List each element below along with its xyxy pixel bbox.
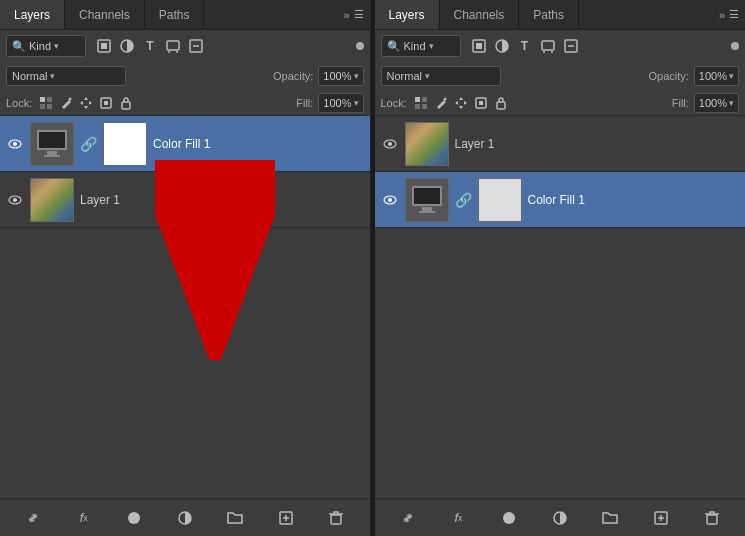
svg-rect-37 — [415, 97, 420, 102]
lock-all-icon[interactable] — [118, 95, 134, 111]
svg-rect-8 — [40, 97, 45, 102]
right-new-layer-icon[interactable] — [651, 508, 671, 528]
left-kind-select[interactable]: 🔍 Kind ▾ — [6, 35, 86, 57]
left-group-icon[interactable] — [225, 508, 245, 528]
left-layers-list: 🔗 Color Fill 1 Layer 1 — [0, 116, 370, 498]
right-eye-1[interactable] — [381, 191, 399, 209]
left-delete-icon[interactable] — [326, 508, 346, 528]
filter-pixel-icon[interactable] — [95, 37, 113, 55]
left-new-layer-icon[interactable] — [276, 508, 296, 528]
kind-arrow-icon: ▾ — [54, 41, 59, 51]
right-filter-pixel-icon[interactable] — [470, 37, 488, 55]
right-adjustment-icon[interactable] — [550, 508, 570, 528]
left-tab-layers[interactable]: Layers — [0, 0, 65, 29]
lock-artboard-icon[interactable] — [98, 95, 114, 111]
left-fill-area: Fill: 100% ▾ — [296, 93, 363, 113]
right-kind-select[interactable]: 🔍 Kind ▾ — [381, 35, 461, 57]
left-lock-icons — [38, 95, 134, 111]
right-bottom-bar: fx — [375, 498, 746, 536]
right-fill-input[interactable]: 100% ▾ — [694, 93, 739, 113]
svg-point-17 — [13, 142, 17, 146]
left-blend-mode-select[interactable]: Normal ▾ — [6, 66, 126, 86]
svg-rect-43 — [479, 101, 483, 105]
left-tab-channels[interactable]: Channels — [65, 0, 145, 29]
left-eye-0[interactable] — [6, 135, 24, 153]
svg-rect-15 — [122, 102, 130, 109]
left-new-fill-icon[interactable] — [124, 508, 144, 528]
svg-rect-9 — [47, 97, 52, 102]
opacity-arrow-icon: ▾ — [354, 71, 359, 81]
right-tab-layers[interactable]: Layers — [375, 0, 440, 29]
left-layer-item-0[interactable]: 🔗 Color Fill 1 — [0, 116, 370, 172]
left-thumb-monitor-0 — [30, 122, 74, 166]
right-filter-smart-icon[interactable] — [562, 37, 580, 55]
right-layer-item-0[interactable]: Layer 1 — [375, 116, 746, 172]
filter-toggle-dot[interactable] — [356, 42, 364, 50]
right-filter-icons: T — [470, 37, 580, 55]
right-group-icon[interactable] — [600, 508, 620, 528]
lock-move-icon[interactable] — [78, 95, 94, 111]
filter-adjustment-icon[interactable] — [118, 37, 136, 55]
left-opacity-input[interactable]: 100% ▾ — [318, 66, 363, 86]
right-lock-all-icon[interactable] — [493, 95, 509, 111]
right-layer-name-1: Color Fill 1 — [528, 193, 740, 207]
left-link-icon[interactable] — [23, 508, 43, 528]
left-opacity-area: Opacity: 100% ▾ — [273, 66, 364, 86]
svg-rect-10 — [40, 104, 45, 109]
right-filter-toggle-dot[interactable] — [731, 42, 739, 50]
right-filter-shape-icon[interactable] — [539, 37, 557, 55]
right-fx-icon[interactable]: fx — [448, 508, 468, 528]
left-fill-input[interactable]: 100% ▾ — [318, 93, 363, 113]
right-chain-icon-1: 🔗 — [455, 192, 472, 208]
right-tab-channels[interactable]: Channels — [440, 0, 520, 29]
tabs-menu-icon[interactable]: ☰ — [354, 8, 364, 21]
right-lock-artboard-icon[interactable] — [473, 95, 489, 111]
svg-rect-32 — [542, 41, 554, 50]
right-lock-move-icon[interactable] — [453, 95, 469, 111]
left-thumb-image-1 — [30, 178, 74, 222]
right-layer-item-1[interactable]: 🔗 Color Fill 1 — [375, 172, 746, 228]
filter-text-icon[interactable]: T — [141, 37, 159, 55]
left-eye-1[interactable] — [6, 191, 24, 209]
right-opacity-area: Opacity: 100% ▾ — [649, 66, 740, 86]
right-tabs-menu-icon[interactable]: ☰ — [729, 8, 739, 21]
left-chain-icon-0: 🔗 — [80, 136, 97, 152]
svg-point-46 — [388, 142, 392, 146]
left-layer-item-1[interactable]: Layer 1 — [0, 172, 370, 228]
right-blend-row: Normal ▾ Opacity: 100% ▾ — [375, 62, 746, 90]
right-new-fill-icon[interactable] — [499, 508, 519, 528]
svg-rect-14 — [104, 101, 108, 105]
right-eye-0[interactable] — [381, 135, 399, 153]
right-tab-paths[interactable]: Paths — [519, 0, 579, 29]
right-kind-arrow-icon: ▾ — [429, 41, 434, 51]
left-fx-icon[interactable]: fx — [74, 508, 94, 528]
right-delete-icon[interactable] — [702, 508, 722, 528]
right-opacity-input[interactable]: 100% ▾ — [694, 66, 739, 86]
right-tabs: Layers Channels Paths » ☰ — [375, 0, 746, 30]
lock-pixels-icon[interactable] — [38, 95, 54, 111]
left-layer-name-0: Color Fill 1 — [153, 137, 364, 151]
right-fill-area: Fill: 100% ▾ — [672, 93, 739, 113]
right-blend-mode-select[interactable]: Normal ▾ — [381, 66, 501, 86]
right-link-icon[interactable] — [398, 508, 418, 528]
lock-brush-icon[interactable] — [58, 95, 74, 111]
right-tabs-expand-icon[interactable]: » — [719, 9, 725, 21]
svg-rect-38 — [422, 97, 427, 102]
right-lock-pixels-icon[interactable] — [413, 95, 429, 111]
svg-point-48 — [388, 198, 392, 202]
svg-rect-40 — [422, 104, 427, 109]
filter-shape-icon[interactable] — [164, 37, 182, 55]
filter-smart-icon[interactable] — [187, 37, 205, 55]
right-filter-text-icon[interactable]: T — [516, 37, 534, 55]
tabs-expand-icon[interactable]: » — [343, 9, 349, 21]
svg-rect-44 — [497, 102, 505, 109]
right-layers-list: Layer 1 🔗 Color Fill 1 — [375, 116, 746, 498]
svg-rect-30 — [476, 43, 482, 49]
left-lock-row: Lock: Fill: — [0, 90, 370, 116]
left-bottom-bar: fx — [0, 498, 370, 536]
left-adjustment-icon[interactable] — [175, 508, 195, 528]
left-layer-name-1: Layer 1 — [80, 193, 364, 207]
right-filter-adjustment-icon[interactable] — [493, 37, 511, 55]
left-tab-paths[interactable]: Paths — [145, 0, 205, 29]
right-lock-brush-icon[interactable] — [433, 95, 449, 111]
